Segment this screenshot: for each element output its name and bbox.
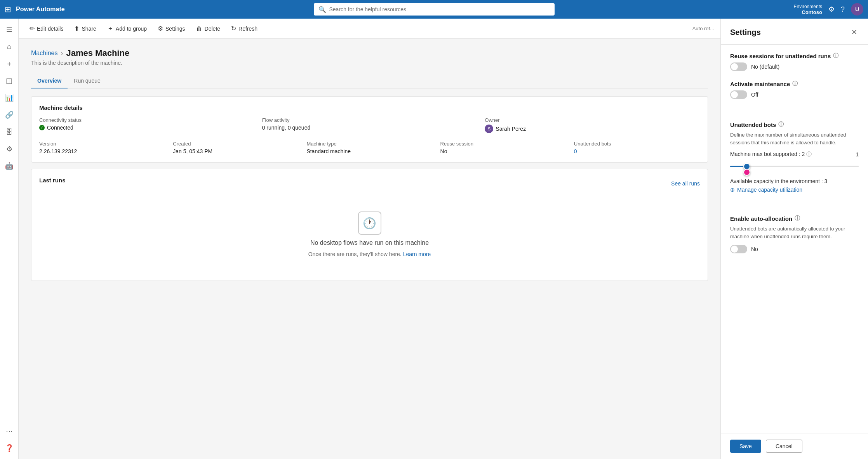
machine-details-row1: Connectivity status Connected Flow activ… bbox=[39, 117, 700, 133]
search-input[interactable] bbox=[329, 6, 550, 12]
connectivity-value: Connected bbox=[39, 125, 254, 131]
reuse-sessions-toggle-row: No (default) bbox=[730, 62, 859, 71]
sidebar-item-data[interactable]: 🗄 bbox=[2, 124, 17, 140]
slider-section: Machine max bot supported : 2 ⓘ 1 bbox=[730, 151, 859, 175]
auto-alloc-toggle[interactable] bbox=[730, 245, 747, 253]
grid-icon[interactable]: ⊞ bbox=[5, 5, 11, 14]
reuse-sessions-info-icon[interactable]: ⓘ bbox=[833, 52, 838, 59]
maintenance-title: Activate maintenance ⓘ bbox=[730, 80, 859, 87]
sidebar-item-menu[interactable]: ☰ bbox=[2, 22, 17, 37]
manage-capacity-icon: ⊕ bbox=[730, 187, 735, 193]
version-detail: Version 2.26.139.22312 bbox=[39, 141, 165, 154]
sidebar-item-more[interactable]: ⋯ bbox=[2, 423, 17, 439]
auto-alloc-toggle-row: No bbox=[730, 245, 859, 253]
created-value: Jan 5, 05:43 PM bbox=[173, 148, 299, 154]
reuse-sessions-value: No (default) bbox=[751, 64, 779, 70]
sidebar-item-create[interactable]: ＋ bbox=[2, 56, 17, 71]
refresh-button[interactable]: ↻ Refresh bbox=[226, 23, 262, 35]
reuse-sessions-section: Reuse sessions for unattended runs ⓘ No … bbox=[730, 52, 859, 71]
unattended-value: 0 bbox=[574, 148, 700, 154]
auto-allocation-section: Enable auto-allocation ⓘ Unattended bots… bbox=[730, 215, 859, 253]
version-value: 2.26.139.22312 bbox=[39, 148, 165, 154]
auto-alloc-value: No bbox=[751, 246, 758, 252]
env-info[interactable]: Environments Contoso bbox=[794, 4, 822, 15]
breadcrumb-parent[interactable]: Machines bbox=[31, 50, 57, 57]
auto-refresh-label: Auto ref... bbox=[692, 26, 714, 31]
sidebar-item-process[interactable]: ⚙ bbox=[2, 141, 17, 157]
main-content: ✏ Edit details ⬆ Share ＋ Add to group ⚙ … bbox=[19, 19, 720, 459]
sidebar-item-templates[interactable]: ◫ bbox=[2, 73, 17, 88]
learn-more-link[interactable]: Learn more bbox=[403, 251, 431, 257]
empty-title: No desktop flows have run on this machin… bbox=[310, 239, 429, 246]
reuse-value: No bbox=[440, 148, 566, 154]
main-layout: ☰ ⌂ ＋ ◫ 📊 🔗 🗄 ⚙ 🤖 ⋯ ❓ ✏ Edit details ⬆ S… bbox=[0, 19, 868, 459]
panel-close-button[interactable]: ✕ bbox=[850, 26, 859, 38]
edit-details-button[interactable]: ✏ Edit details bbox=[25, 23, 68, 35]
topbar-right: Environments Contoso ⚙ ? U bbox=[794, 3, 863, 16]
breadcrumb: Machines › James Machine bbox=[31, 48, 708, 58]
topbar: ⊞ Power Automate 🔍 Environments Contoso … bbox=[0, 0, 868, 19]
owner-label: Owner bbox=[485, 117, 700, 123]
sidebar-item-help[interactable]: ❓ bbox=[2, 440, 17, 456]
manage-capacity-link[interactable]: ⊕ Manage capacity utilization bbox=[730, 187, 859, 193]
save-button[interactable]: Save bbox=[730, 440, 761, 453]
reuse-label: Reuse session bbox=[440, 141, 566, 147]
last-runs-card: Last runs See all runs 🕐 No desktop flow… bbox=[31, 169, 708, 281]
reuse-sessions-toggle-thumb bbox=[731, 63, 738, 70]
see-all-runs-link[interactable]: See all runs bbox=[671, 180, 700, 187]
reuse-sessions-toggle[interactable] bbox=[730, 62, 747, 71]
settings-panel: Settings ✕ Reuse sessions for unattended… bbox=[720, 19, 868, 459]
tab-overview[interactable]: Overview bbox=[31, 74, 68, 88]
env-name: Contoso bbox=[794, 9, 822, 15]
maintenance-section: Activate maintenance ⓘ Off bbox=[730, 80, 859, 99]
auto-alloc-info-icon[interactable]: ⓘ bbox=[795, 215, 800, 222]
settings-icon: ⚙ bbox=[158, 25, 163, 32]
tab-run-queue[interactable]: Run queue bbox=[68, 74, 107, 88]
unattended-bots-info-icon[interactable]: ⓘ bbox=[778, 121, 784, 128]
sidebar: ☰ ⌂ ＋ ◫ 📊 🔗 🗄 ⚙ 🤖 ⋯ ❓ bbox=[0, 19, 19, 459]
user-avatar[interactable]: U bbox=[851, 3, 863, 16]
add-to-group-button[interactable]: ＋ Add to group bbox=[103, 22, 151, 35]
slider-value: 1 bbox=[856, 151, 859, 158]
divider-2 bbox=[730, 204, 859, 204]
help-icon[interactable]: ? bbox=[841, 5, 845, 14]
edit-icon: ✏ bbox=[30, 25, 35, 32]
panel-title: Settings bbox=[730, 28, 761, 37]
slider-thumb-pink bbox=[743, 169, 750, 176]
search-bar[interactable]: 🔍 bbox=[314, 3, 555, 16]
created-detail: Created Jan 5, 05:43 PM bbox=[173, 141, 299, 154]
connectivity-label: Connectivity status bbox=[39, 117, 254, 123]
slider-track bbox=[730, 166, 859, 167]
settings-icon[interactable]: ⚙ bbox=[828, 5, 835, 14]
sidebar-item-monitor[interactable]: 📊 bbox=[2, 90, 17, 106]
maintenance-info-icon[interactable]: ⓘ bbox=[792, 80, 798, 87]
settings-button[interactable]: ⚙ Settings bbox=[153, 23, 190, 35]
machine-max-info-icon[interactable]: ⓘ bbox=[806, 151, 812, 157]
owner-value: S Sarah Perez bbox=[485, 125, 700, 133]
maintenance-toggle[interactable] bbox=[730, 90, 747, 99]
sidebar-item-flows[interactable]: 🔗 bbox=[2, 107, 17, 123]
maintenance-toggle-row: Off bbox=[730, 90, 859, 99]
slider-header: Machine max bot supported : 2 ⓘ 1 bbox=[730, 151, 859, 158]
version-label: Version bbox=[39, 141, 165, 147]
unattended-bots-title: Unattended bots ⓘ bbox=[730, 121, 859, 128]
unattended-label: Unattended bots bbox=[574, 141, 700, 147]
slider-container bbox=[730, 161, 859, 175]
tabs: Overview Run queue bbox=[31, 74, 708, 88]
machine-details-title: Machine details bbox=[39, 104, 700, 111]
panel-footer: Save Cancel bbox=[721, 433, 868, 459]
sidebar-item-home[interactable]: ⌂ bbox=[2, 39, 17, 54]
machine-type-label: Machine type bbox=[306, 141, 432, 147]
panel-body: Reuse sessions for unattended runs ⓘ No … bbox=[721, 45, 868, 433]
app-name: Power Automate bbox=[16, 6, 65, 13]
sidebar-item-ai[interactable]: 🤖 bbox=[2, 158, 17, 174]
empty-runs-icon: 🕐 bbox=[358, 211, 381, 235]
machine-type-detail: Machine type Standard machine bbox=[306, 141, 432, 154]
delete-button[interactable]: 🗑 Delete bbox=[191, 23, 225, 35]
maintenance-value: Off bbox=[751, 92, 758, 98]
delete-icon: 🗑 bbox=[196, 25, 202, 32]
share-button[interactable]: ⬆ Share bbox=[70, 23, 101, 35]
cancel-button[interactable]: Cancel bbox=[766, 440, 802, 453]
search-icon: 🔍 bbox=[318, 6, 326, 13]
page-description: This is the description of the machine. bbox=[31, 60, 708, 66]
